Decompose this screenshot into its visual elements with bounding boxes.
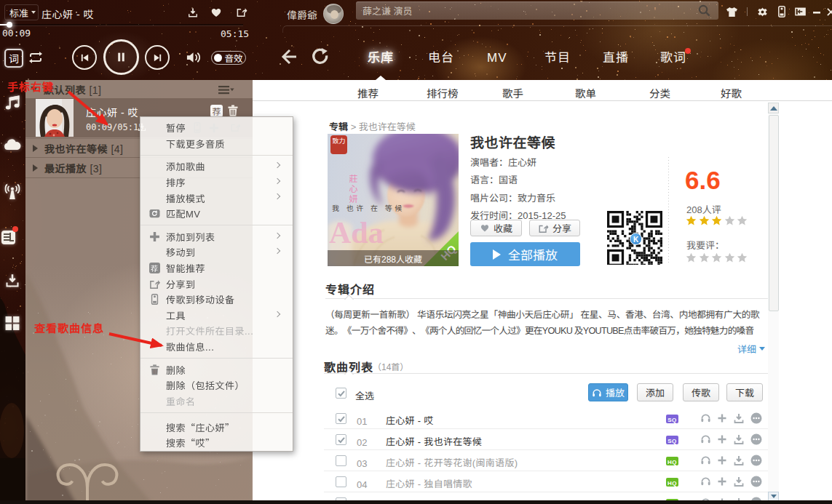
dock-grid-icon[interactable] — [0, 316, 25, 331]
minimize-icon[interactable] — [813, 12, 820, 14]
add-icon[interactable] — [717, 455, 727, 465]
username[interactable]: 偉爵爺 — [287, 7, 317, 22]
menu-item[interactable]: 播放模式 — [140, 190, 293, 206]
dock-cloud-icon[interactable] — [0, 139, 25, 151]
download-icon[interactable] — [734, 455, 744, 465]
listen-icon[interactable] — [700, 455, 711, 465]
menu-item[interactable]: 添加到列表 — [140, 229, 293, 245]
nav-tab-programs[interactable]: 节目 — [544, 48, 571, 65]
scroll-up-button[interactable] — [768, 103, 779, 113]
menu-item[interactable]: 工具 — [140, 308, 293, 324]
search-input[interactable]: 薛之谦 演员 — [362, 4, 697, 17]
nav-tab-mv[interactable]: MV — [487, 48, 507, 65]
pause-button[interactable] — [103, 39, 139, 75]
lyric-button[interactable]: 词 — [4, 49, 23, 68]
menu-item[interactable]: 搜索“庄心妍” — [140, 420, 293, 436]
listen-icon[interactable] — [700, 476, 711, 487]
dock-music-icon[interactable] — [0, 95, 25, 111]
list-play-button[interactable]: 播放 — [588, 383, 628, 401]
row-trash-icon[interactable] — [228, 105, 238, 116]
star-icon[interactable] — [699, 252, 710, 263]
nav-tab-music-library[interactable]: 乐库 — [368, 48, 394, 65]
list-menu-icon[interactable] — [218, 86, 236, 95]
listen-icon[interactable] — [700, 412, 711, 423]
download-icon[interactable] — [734, 413, 744, 423]
collect-button[interactable]: 收藏 — [470, 220, 522, 236]
search-icon[interactable] — [697, 4, 711, 17]
list-download-button[interactable]: 下载 — [726, 383, 763, 401]
share-song-icon[interactable] — [236, 7, 247, 17]
menu-item[interactable]: 删除（包括文件） — [140, 377, 293, 393]
star-icon[interactable] — [737, 215, 748, 226]
recommend-badge[interactable]: 荐 — [210, 105, 223, 117]
select-all-checkbox[interactable] — [336, 388, 346, 399]
star-icon[interactable] — [699, 215, 710, 226]
song-row[interactable]: 04庄心妍 - 独自唱情歌HQ — [324, 471, 769, 492]
album-cover[interactable]: 致力 莊心妍 我 也许 在 等候 Ada HQ 已有288人收藏 — [328, 134, 459, 266]
settings-gear-icon[interactable] — [758, 7, 767, 17]
song-checkbox[interactable] — [336, 434, 346, 445]
scroll-thumb[interactable] — [769, 115, 779, 311]
dock-radio-tower-icon[interactable] — [0, 183, 25, 200]
song-row[interactable]: 02庄心妍 - 我也许在等候SQ — [324, 429, 769, 450]
menu-item[interactable]: 分享到 — [140, 276, 293, 292]
favorite-heart-icon[interactable] — [210, 7, 223, 18]
star-icon[interactable] — [711, 252, 722, 263]
song-row[interactable]: 03庄心妍 - 花开等花谢(闽南语版)HQ — [324, 450, 769, 471]
star-icon[interactable] — [724, 215, 735, 226]
subtab-categories[interactable]: 分类 — [649, 85, 670, 100]
song-checkbox[interactable] — [336, 413, 346, 424]
nav-tab-radio[interactable]: 电台 — [428, 48, 454, 65]
play-all-button[interactable]: 全部播放 — [470, 242, 580, 266]
menu-item[interactable]: 暂停 — [140, 120, 293, 136]
menu-item[interactable]: 传歌到移动设备 — [140, 292, 293, 308]
subtab-recommend[interactable]: 推荐 — [357, 85, 379, 100]
nav-refresh-icon[interactable] — [310, 47, 329, 67]
download-song-icon[interactable] — [188, 7, 198, 18]
more-icon[interactable] — [750, 476, 762, 487]
intro-more-link[interactable]: 详细 — [737, 342, 765, 356]
next-track-button[interactable] — [145, 45, 170, 70]
song-title[interactable]: 庄心妍 - 独自唱情歌 — [386, 476, 472, 490]
star-icon[interactable] — [737, 252, 748, 263]
song-title[interactable]: 庄心妍 - 哎 — [386, 413, 434, 427]
list-add-button[interactable]: 添加 — [637, 383, 673, 401]
volume-icon[interactable] — [186, 50, 202, 65]
more-icon[interactable] — [750, 433, 762, 445]
album-stars[interactable] — [686, 215, 750, 226]
menu-item[interactable]: 删除 — [140, 361, 293, 377]
menu-item[interactable]: 歌曲信息... — [140, 339, 293, 355]
song-title[interactable]: 庄心妍 - 花开等花谢(闽南语版) — [386, 455, 518, 469]
listen-icon[interactable] — [700, 433, 711, 444]
star-icon[interactable] — [724, 252, 735, 263]
menu-item[interactable]: 荐智能推荐 — [140, 260, 293, 276]
mini-mode-icon[interactable] — [795, 7, 806, 16]
song-checkbox[interactable] — [336, 455, 346, 466]
more-icon[interactable] — [750, 455, 762, 466]
add-icon[interactable] — [717, 476, 727, 487]
search-box[interactable]: 薛之谦 演员 — [356, 1, 718, 20]
previous-track-button[interactable] — [72, 45, 97, 70]
avatar[interactable] — [323, 4, 344, 24]
menu-item[interactable]: 添加歌曲 — [140, 159, 293, 175]
sound-effect-button[interactable]: 音效 — [211, 51, 246, 65]
close-icon[interactable] — [827, 8, 832, 16]
menu-item[interactable]: 排序 — [140, 175, 293, 191]
breadcrumb-root[interactable]: 专辑 — [329, 119, 348, 133]
subtab-ranking[interactable]: 排行榜 — [427, 85, 459, 100]
song-checkbox[interactable] — [336, 476, 346, 487]
download-icon[interactable] — [734, 476, 744, 487]
list-transfer-button[interactable]: 传歌 — [683, 383, 719, 401]
add-icon[interactable] — [717, 413, 727, 423]
dock-download-icon[interactable] — [0, 273, 25, 288]
nav-tab-live[interactable]: 直播 — [603, 48, 629, 65]
play-mode-repeat-icon[interactable] — [28, 51, 44, 64]
share-button[interactable]: 分享 — [529, 220, 580, 236]
menu-item[interactable]: 匹配MV — [140, 206, 293, 222]
subtab-playlists[interactable]: 歌单 — [575, 85, 596, 100]
scrollbar[interactable] — [768, 103, 779, 504]
progress-bar-track[interactable] — [0, 24, 243, 25]
nav-tab-lyrics[interactable]: 歌词 — [660, 48, 686, 65]
star-icon[interactable] — [686, 252, 697, 263]
nav-back-icon[interactable] — [281, 48, 297, 65]
